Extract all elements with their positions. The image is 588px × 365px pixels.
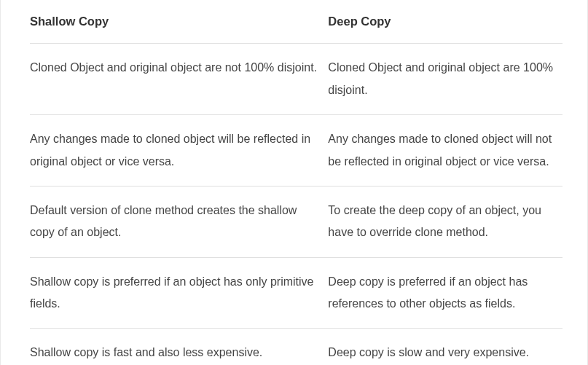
cell-shallow: Shallow copy is fast and also less expen… bbox=[30, 329, 328, 365]
table-row: Cloned Object and original object are no… bbox=[30, 44, 562, 115]
cell-deep: Deep copy is preferred if an object has … bbox=[328, 257, 562, 329]
header-deep: Deep Copy bbox=[328, 0, 562, 44]
cell-shallow: Any changes made to cloned object will b… bbox=[30, 115, 328, 187]
cell-shallow: Cloned Object and original object are no… bbox=[30, 44, 328, 115]
cell-deep: Deep copy is slow and very expensive. bbox=[328, 329, 562, 365]
cell-deep: Cloned Object and original object are 10… bbox=[328, 44, 562, 115]
header-shallow: Shallow Copy bbox=[30, 0, 328, 44]
table-row: Any changes made to cloned object will b… bbox=[30, 115, 562, 187]
comparison-table-container: Shallow Copy Deep Copy Cloned Object and… bbox=[0, 0, 588, 365]
table-row: Shallow copy is preferred if an object h… bbox=[30, 257, 562, 329]
cell-shallow: Shallow copy is preferred if an object h… bbox=[30, 257, 328, 329]
table-header-row: Shallow Copy Deep Copy bbox=[30, 0, 562, 44]
cell-deep: Any changes made to cloned object will n… bbox=[328, 115, 562, 187]
cell-deep: To create the deep copy of an object, yo… bbox=[328, 186, 562, 257]
cell-shallow: Default version of clone method creates … bbox=[30, 186, 328, 257]
table-row: Shallow copy is fast and also less expen… bbox=[30, 329, 562, 365]
comparison-table: Shallow Copy Deep Copy Cloned Object and… bbox=[30, 0, 562, 365]
table-row: Default version of clone method creates … bbox=[30, 186, 562, 257]
